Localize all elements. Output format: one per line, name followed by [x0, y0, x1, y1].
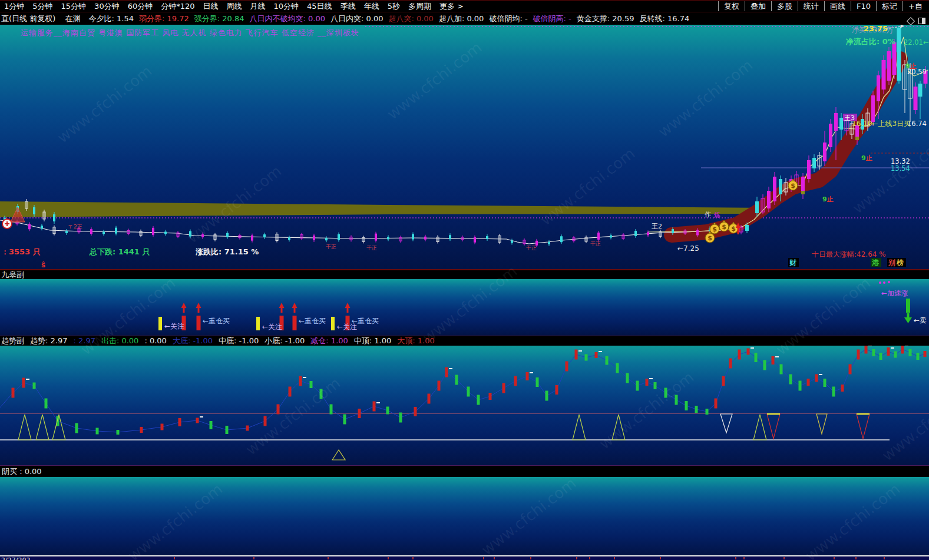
jiugao-canvas[interactable]: ←关注←重仓买←关注←重仓买←关注←重仓买←加速涨←卖: [0, 279, 929, 336]
svg-text:榜: 榜: [896, 259, 904, 267]
period-menu-bar: 1分钟5分钟15分钟30分钟60分钟分钟*120日线周线月线10分钟45日线季线…: [0, 1, 929, 12]
toolbar-button-0[interactable]: 复权: [718, 1, 745, 11]
svg-text:干正: 干正: [366, 245, 377, 251]
svg-text:干正: 干正: [326, 244, 336, 250]
axis-date-label: 2/27/202: [1, 556, 30, 560]
svg-text:13.54: 13.54: [891, 164, 910, 173]
menu-item-7[interactable]: 周线: [223, 1, 246, 11]
svg-text:←加速涨: ←加速涨: [881, 289, 908, 297]
trend-field-9: 中顶: 1.00: [354, 336, 391, 346]
jiugao-indicator-panel[interactable]: ←关注←重仓买←关注←重仓买←关注←重仓买←加速涨←卖: [0, 279, 929, 336]
menu-item-15[interactable]: 更多 >: [435, 1, 468, 11]
svg-text:净流占比: 0%: 净流占比: 0%: [845, 37, 895, 46]
bottom-indicator-panel[interactable]: [0, 477, 929, 555]
menu-item-2[interactable]: 15分钟: [57, 1, 91, 11]
indicator-field-6: 超八加: 0.00: [439, 12, 484, 25]
svg-text:9: 9: [905, 62, 910, 70]
trend-indicator-panel[interactable]: [0, 346, 929, 465]
sector-tags[interactable]: 运输服务__海南自贸 粤港澳 国防军工 风电 无人机 绿色电力 飞行汽车 低空经…: [21, 28, 359, 38]
trend-canvas[interactable]: [0, 346, 929, 465]
toolbar-button-2[interactable]: 多股: [771, 1, 798, 11]
menu-item-1[interactable]: 5分钟: [28, 1, 57, 11]
svg-text:作: 作: [705, 211, 711, 218]
trend-field-7: 小底: -1.00: [265, 336, 305, 346]
menu-item-4[interactable]: 60分钟: [124, 1, 157, 11]
svg-text:止: 止: [826, 195, 834, 203]
period-menu-items: 1分钟5分钟15分钟30分钟60分钟分钟*120日线周线月线10分钟45日线季线…: [0, 2, 468, 11]
toolbar-button-5[interactable]: F10: [851, 1, 876, 11]
svg-text:9: 9: [861, 154, 866, 162]
indicator-field-8: 破倍阴高: -: [533, 12, 571, 25]
toolbar-button-3[interactable]: 统计: [798, 1, 824, 11]
svg-text:别: 别: [888, 259, 895, 267]
svg-text:十日最大涨幅:42.64 %: 十日最大涨幅:42.64 %: [812, 250, 886, 259]
menu-item-10[interactable]: 45日线: [303, 1, 336, 11]
yinmai-label: 阴买 : 0.00: [2, 467, 42, 476]
trading-terminal: 1分钟5分钟15分钟30分钟60分钟分钟*120日线周线月线10分钟45日线季线…: [0, 0, 929, 560]
svg-text:财: 财: [789, 259, 796, 267]
diamond-icon[interactable]: [907, 16, 915, 25]
svg-text:←7.25: ←7.25: [677, 244, 699, 253]
svg-text:←卖: ←卖: [914, 316, 927, 324]
menu-item-0[interactable]: 1分钟: [0, 1, 28, 11]
svg-text:涨跌比: 71.15 %: 涨跌比: 71.15 %: [196, 247, 259, 256]
toolbar-button-1[interactable]: 叠加: [745, 1, 771, 11]
split-view-icon[interactable]: [918, 18, 925, 24]
toolbar-button-4[interactable]: 画线: [824, 1, 851, 11]
svg-text:9: 9: [822, 195, 827, 203]
menu-item-13[interactable]: 5秒: [383, 1, 404, 11]
menu-item-3[interactable]: 30分钟: [90, 1, 124, 11]
main-chart-canvas[interactable]: $$$$$：3553 只总下跌: 1441 只涨跌比: 71.15 %22.01…: [0, 25, 929, 269]
indicator-field-7: 破倍阴均: -: [489, 12, 527, 25]
indicator-values: 今夕比: 1.54弱分界: 19.72强分界: 20.84八日内不破均突: 0.…: [89, 14, 695, 23]
svg-text:$: $: [731, 225, 736, 233]
svg-text:：3553 只: ：3553 只: [1, 247, 41, 256]
svg-text:止: 止: [865, 154, 872, 162]
time-axis: 2/27/202: [0, 556, 929, 560]
menu-item-6[interactable]: 日线: [199, 1, 223, 11]
trend-field-0: 趋势副: [1, 336, 24, 346]
trend-field-2: : 2.97: [73, 336, 95, 346]
menu-item-9[interactable]: 10分钟: [270, 1, 303, 11]
svg-text:ŝ: ŝ: [41, 261, 45, 269]
indicator-field-10: 反转线: 16.74: [640, 12, 690, 25]
indicator-field-9: 黄金支撑: 20.59: [577, 12, 634, 25]
trend-field-6: 中底: -1.00: [219, 336, 259, 346]
toolbar-button-6[interactable]: 标记: [876, 1, 902, 11]
svg-text:$: $: [722, 223, 726, 231]
menu-item-14[interactable]: 多周期: [404, 1, 435, 11]
indicator-field-1: 弱分界: 19.72: [139, 12, 189, 25]
indicator-field-0: 今夕比: 1.54: [89, 12, 134, 25]
axis-ticks: [0, 556, 929, 560]
main-chart-panel[interactable]: $$$$$：3553 只总下跌: 1441 只涨跌比: 71.15 %22.01…: [0, 25, 929, 269]
indicator-field-5: 超八突: 0.00: [388, 12, 433, 25]
svg-text:干正: 干正: [590, 241, 601, 247]
svg-text:王3: 王3: [844, 114, 855, 122]
toolbar-buttons: 复权叠加多股统计画线F10标记+自: [718, 1, 928, 12]
jiugao-title-label: 九皋副: [1, 270, 24, 279]
svg-text:$: $: [712, 226, 717, 233]
menu-item-11[interactable]: 季线: [336, 1, 360, 11]
trend-field-8: 减仓: 1.00: [310, 336, 348, 346]
menu-item-12[interactable]: 年线: [360, 1, 383, 11]
trend-field-3: 出击: 0.00: [101, 336, 138, 346]
svg-text:总下跌: 1441 只: 总下跌: 1441 只: [89, 247, 150, 256]
menu-item-5[interactable]: 分钟*120: [157, 1, 199, 11]
svg-text:16.10←上线3日买: 16.10←上线3日买: [852, 120, 911, 128]
toolbar-button-7[interactable]: +自: [902, 1, 928, 11]
panel-title-trend: 趋势副趋势: 2.97: 2.97出击: 0.00: 0.00大底: -1.00…: [0, 336, 929, 346]
indicator-field-3: 八日内不破均突: 0.00: [250, 12, 325, 25]
svg-text:止: 止: [910, 62, 917, 70]
menu-item-8[interactable]: 月线: [246, 1, 270, 11]
svg-text:王2: 王2: [652, 223, 662, 230]
svg-text:←重仓买: ←重仓买: [352, 317, 379, 325]
svg-text:〒2正: 〒2正: [68, 224, 82, 230]
svg-text:$: $: [708, 234, 712, 242]
indicator-field-4: 八日内突: 0.00: [330, 12, 383, 25]
indicator-field-2: 强分界: 20.84: [194, 12, 244, 25]
svg-text:炼: 炼: [714, 211, 720, 219]
trend-field-4: : 0.00: [144, 336, 166, 346]
panel-title-yinmai: 阴买 : 0.00: [0, 465, 929, 478]
svg-text:22.01←: 22.01←: [904, 38, 929, 47]
svg-text:$: $: [791, 182, 795, 190]
